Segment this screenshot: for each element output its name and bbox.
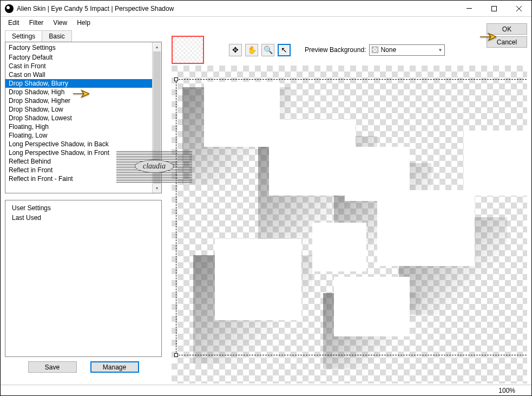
minimize-button[interactable] — [457, 1, 482, 17]
factory-settings-header: Factory Settings — [5, 42, 152, 53]
list-item[interactable]: Long Perspective Shadow, in Back — [5, 140, 152, 148]
handle-sw[interactable] — [174, 353, 178, 357]
list-item[interactable]: Last Used — [9, 213, 158, 222]
list-item[interactable]: Drop Shadow, Low — [5, 105, 152, 114]
scroll-down-icon[interactable]: ▾ — [153, 184, 161, 193]
transparency-swatch-icon — [372, 47, 378, 53]
list-item[interactable]: Floating, Low — [5, 131, 152, 140]
handle-nw[interactable] — [174, 77, 178, 81]
pointer-tool-icon[interactable]: ↖ — [278, 44, 291, 56]
tab-basic[interactable]: Basic — [42, 30, 71, 42]
maximize-button[interactable] — [482, 1, 507, 17]
menu-help[interactable]: Help — [73, 18, 95, 28]
pointer-hand-icon — [479, 31, 496, 42]
menu-view[interactable]: View — [49, 18, 71, 28]
watermark: claudia — [116, 150, 192, 183]
preview-bg-value: None — [380, 46, 396, 54]
menu-edit[interactable]: Edit — [4, 18, 24, 28]
list-item[interactable]: Cast on Wall — [5, 70, 152, 79]
thumbnail-toolbar: ✥ ✋ 🔍 ↖ Preview Background: None ▼ — [172, 34, 527, 66]
zoom-level: 100% — [498, 387, 515, 394]
list-item[interactable]: Drop Shadow, Lowest — [5, 114, 152, 122]
hand-tool-icon[interactable]: ✋ — [245, 44, 258, 56]
app-icon — [5, 4, 14, 13]
menu-filter[interactable]: Filter — [25, 18, 48, 28]
statusbar: 100% — [1, 385, 531, 395]
preview-bg-label: Preview Background: — [305, 46, 366, 54]
tab-settings[interactable]: Settings — [5, 30, 42, 42]
list-item[interactable]: Drop Shadow, Blurry — [5, 79, 152, 88]
preview-bg-select[interactable]: None ▼ — [369, 44, 445, 56]
window-title: Alien Skin | Eye Candy 5 Impact | Perspe… — [17, 5, 457, 12]
save-button[interactable]: Save — [28, 361, 77, 373]
scroll-up-icon[interactable]: ▴ — [153, 42, 161, 51]
selection-rect[interactable] — [176, 79, 527, 355]
manage-button[interactable]: Manage — [90, 361, 139, 373]
chevron-down-icon: ▼ — [438, 48, 442, 53]
svg-rect-1 — [492, 6, 497, 11]
svg-rect-0 — [467, 8, 472, 9]
close-button[interactable] — [507, 1, 531, 17]
user-settings-list: User Settings Last Used — [5, 200, 162, 357]
titlebar: Alien Skin | Eye Candy 5 Impact | Perspe… — [1, 1, 531, 17]
pointer-hand-icon — [72, 88, 89, 99]
menubar: Edit Filter View Help — [1, 17, 531, 29]
preview-canvas[interactable] — [172, 66, 527, 384]
list-item[interactable]: Factory Default — [5, 53, 152, 62]
zoom-tool-icon[interactable]: 🔍 — [261, 44, 274, 56]
list-item[interactable]: Cast in Front — [5, 62, 152, 70]
move-tool-icon[interactable]: ✥ — [229, 44, 242, 56]
thumbnail-selected[interactable] — [172, 36, 204, 64]
list-item[interactable]: Floating, High — [5, 122, 152, 131]
user-settings-header: User Settings — [9, 203, 158, 213]
